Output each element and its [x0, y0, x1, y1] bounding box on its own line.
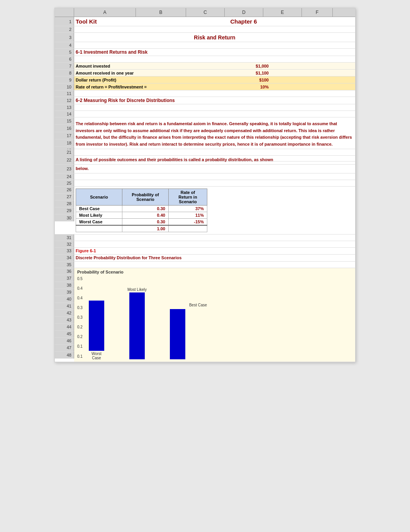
section1-label: 6-1 Investment Returns and Risk — [76, 49, 147, 55]
rate-of-return-value: 10% — [233, 85, 269, 89]
row-33: 33 Figure 6-1 — [55, 248, 355, 255]
row-num-43: 43 — [55, 317, 74, 324]
row-num-36: 36 — [55, 268, 74, 275]
row-num-44: 44 — [55, 324, 74, 331]
col-header-d: D — [225, 8, 263, 17]
chart-body: 0.5 0.4 0.4 0.3 0.3 0.2 0.2 0.1 0.1 — [77, 277, 352, 360]
y-label-0.3b: 0.3 — [77, 315, 83, 320]
spreadsheet: A B C D E F 1 Tool Kit Chapter 6 2 3 Ris… — [54, 8, 356, 362]
y-label-0.2b: 0.2 — [77, 335, 83, 339]
row-24: 24 — [55, 173, 355, 180]
row-10: 10 Rate of return = Profit/Investment = … — [55, 83, 355, 90]
subtitle: Risk and Return — [76, 34, 354, 41]
prob-row-best: Best Case 0.30 37% — [76, 205, 207, 212]
column-headers: A B C D E F — [55, 8, 355, 17]
bar-group-likely: Most Likely — [127, 287, 147, 360]
row-23: 23 below. — [55, 165, 355, 173]
row-3: 3 Risk and Return — [55, 33, 355, 42]
chart-container: Probability of Scenario 0.5 0.4 0.4 0.3 … — [74, 268, 355, 362]
row-num-24: 24 — [55, 173, 74, 180]
row-num-35: 35 — [55, 262, 74, 268]
amount-invested-label: Amount invested — [76, 64, 233, 68]
row-num-41: 41 — [55, 303, 74, 310]
row-1: 1 Tool Kit Chapter 6 — [55, 17, 355, 26]
row-num-7: 7 — [55, 63, 74, 69]
row-num-32: 32 — [55, 241, 74, 247]
section2-label: 6-2 Measuring Risk for Discrete Distribu… — [76, 98, 175, 103]
col-header-c: C — [186, 8, 225, 17]
row-num-34: 34 — [55, 255, 74, 261]
row-4: 4 — [55, 42, 355, 49]
row-1-content: Tool Kit Chapter 6 — [74, 17, 355, 26]
amount-received-label: Amount received in one year — [76, 71, 233, 75]
paragraph1-row: The relationship between risk and return… — [55, 119, 355, 149]
row-num-26: 26 — [55, 187, 74, 194]
row-num-8: 8 — [55, 70, 74, 76]
col-header-a: A — [74, 8, 136, 17]
row-num-11: 11 — [55, 90, 74, 97]
row-num-14: 14 — [55, 111, 74, 117]
row-12: 12 6-2 Measuring Risk for Discrete Distr… — [55, 97, 355, 104]
row-34: 34 Discrete Probability Distribution for… — [55, 255, 355, 262]
row-num-27: 27 — [55, 194, 74, 201]
prob-row-worst: Worst Case 0.30 -15% — [76, 218, 207, 225]
row-14: 14 — [55, 111, 355, 117]
row-num-47: 47 — [55, 345, 74, 352]
amount-invested-value: $1,000 — [233, 64, 269, 68]
row-num-9: 9 — [55, 76, 74, 83]
worst-case-label: WorstCase — [91, 352, 102, 360]
col-header-b: B — [136, 8, 186, 17]
col-header-rownum — [55, 8, 74, 17]
row-7: 7 Amount invested $1,000 — [55, 63, 355, 70]
chapter-label: Chapter 6 — [134, 18, 354, 25]
paragraph2-text: A listing of possible outcomes and their… — [76, 156, 273, 163]
figure-label: Figure 6-1 — [76, 248, 96, 253]
row-25: 25 — [55, 180, 355, 187]
row-num-21: 21 — [55, 149, 74, 155]
row-32: 32 — [55, 241, 355, 248]
row-num-45: 45 — [55, 331, 74, 338]
row-5: 5 6-1 Investment Returns and Risk — [55, 49, 355, 56]
row-11: 11 — [55, 90, 355, 97]
row-26: 26 27 28 29 30 Scenario Probability ofSc… — [55, 187, 355, 235]
row-num-37: 37 — [55, 275, 74, 282]
row-num-28: 28 — [55, 201, 74, 207]
best-case-bar — [170, 309, 185, 359]
row-num-5: 5 — [55, 49, 74, 56]
row-num-38: 38 — [55, 282, 74, 289]
probability-table: Scenario Probability ofScenario Rate ofR… — [76, 189, 207, 232]
chart-rows: 36 37 38 39 40 41 42 43 44 45 46 47 48 P… — [55, 268, 355, 362]
y-label-0.3a: 0.3 — [77, 306, 83, 310]
row-35: 35 — [55, 262, 355, 268]
y-label-0.5: 0.5 — [77, 277, 83, 281]
paragraph1-text: The relationship between risk and return… — [76, 121, 354, 148]
chart-y-axis-title: Probability of Scenario — [77, 270, 352, 274]
y-label-0.1a: 0.1 — [77, 344, 83, 348]
row-num-33: 33 — [55, 248, 74, 254]
prob-col2-header: Probability ofScenario — [122, 189, 169, 205]
row-num-29: 29 — [55, 207, 74, 214]
row-num-25: 25 — [55, 180, 74, 186]
row-8: 8 Amount received in one year $1,100 — [55, 70, 355, 76]
row-21: 21 — [55, 149, 355, 156]
prob-col1-header: Scenario — [76, 189, 122, 205]
row-num-10: 10 — [55, 83, 74, 90]
row-22: 22 A listing of possible outcomes and th… — [55, 156, 355, 165]
prob-col3-header: Rate ofReturn inScenario — [169, 189, 207, 205]
row-6: 6 — [55, 56, 355, 63]
figure-title: Discrete Probability Distribution for Th… — [76, 255, 181, 260]
best-case-annotation: Best Case — [189, 303, 207, 307]
y-label-0.4a: 0.4 — [77, 286, 83, 291]
row-num-23: 23 — [55, 165, 74, 173]
dollar-return-value: $100 — [233, 78, 269, 82]
y-label-0.4b: 0.4 — [77, 296, 83, 300]
row-13: 13 — [55, 104, 355, 111]
y-axis: 0.5 0.4 0.4 0.3 0.3 0.2 0.2 0.1 0.1 — [77, 277, 83, 360]
row-2: 2 — [55, 26, 355, 33]
rate-of-return-label: Rate of return = Profit/Investment = — [76, 85, 233, 89]
most-likely-bar — [129, 292, 145, 359]
prob-total-row: 1.00 — [76, 225, 207, 232]
row-num-4: 4 — [55, 42, 74, 48]
row-num-42: 42 — [55, 310, 74, 317]
y-label-0.1b: 0.1 — [77, 354, 83, 359]
